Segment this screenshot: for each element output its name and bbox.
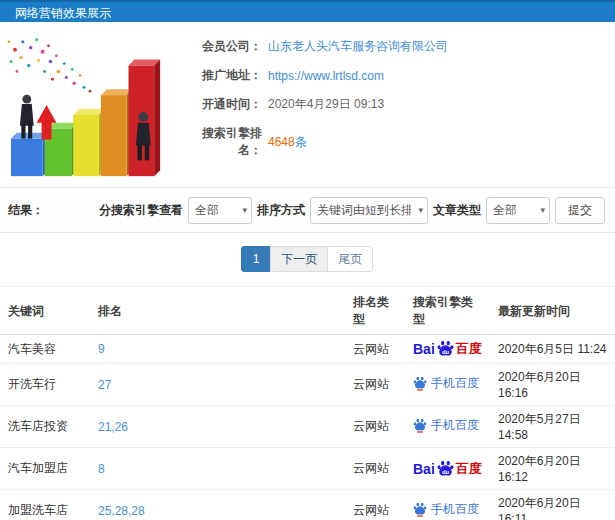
mobile-baidu-paw-icon (413, 376, 427, 391)
bar-chart-image (0, 28, 180, 186)
table-row: 汽车美容 9 云网站 Bai du 百度 2020年6月5日 11:24 (0, 335, 615, 364)
engine-rank-label: 搜索引擎排名： (180, 125, 262, 159)
open-time-value: 2020年4月29日 09:13 (268, 96, 384, 113)
info-list: 会员公司： 山东老人头汽车服务咨询有限公司 推广地址： https://www.… (180, 22, 615, 159)
svg-text:du: du (442, 468, 450, 474)
pagination: 1 下一页 尾页 (0, 233, 615, 286)
header-rank: 排名 (90, 287, 345, 335)
engine-rank-row: 搜索引擎排名： 4648条 (180, 125, 615, 159)
promotion-url-label: 推广地址： (180, 67, 262, 84)
promotion-url-row: 推广地址： https://www.lrtlsd.com (180, 67, 615, 84)
baidu-logo: Bai du 百度 (413, 340, 482, 358)
table-row: 加盟洗车店 25,28,28 云网站 手机百度 2020年6月20日 16:11 (0, 490, 615, 520)
article-type-filter-label: 文章类型 (433, 202, 481, 219)
article-type-select[interactable]: 全部 (486, 197, 550, 224)
mobile-baidu-badge: 手机百度 (413, 417, 479, 434)
header-keyword: 关键词 (0, 287, 90, 335)
result-label: 结果： (0, 202, 44, 219)
page-title-bar: 网络营销效果展示 (0, 0, 615, 22)
table-row: 汽车加盟店 8 云网站 Bai du 百度 2020年6月20日 16:12 (0, 448, 615, 490)
company-link[interactable]: 山东老人头汽车服务咨询有限公司 (268, 38, 448, 55)
engine-cell: Bai du 百度 (405, 335, 490, 364)
baidu-logo: Bai du 百度 (413, 460, 482, 478)
last-page-button[interactable]: 尾页 (327, 246, 373, 272)
rank-link[interactable]: 27 (98, 378, 111, 392)
keyword-table-head: 关键词 排名 排名类型 搜索引擎类型 最新更新时间 (0, 287, 615, 335)
baidu-paw-icon: du (436, 340, 455, 358)
engine-cell: 手机百度 (405, 406, 490, 448)
engine-cell: 手机百度 (405, 490, 490, 520)
header-updated: 最新更新时间 (490, 287, 615, 335)
sort-filter-select-wrap: 关键词由短到长排序 (310, 197, 428, 224)
page-number-1[interactable]: 1 (241, 246, 272, 272)
rank-link[interactable]: 25,28,28 (98, 504, 145, 518)
engine-cell: Bai du 百度 (405, 448, 490, 490)
mobile-baidu-paw-icon (413, 418, 427, 433)
updated-cell: 2020年6月5日 11:24 (490, 335, 615, 364)
keyword-table-body: 汽车美容 9 云网站 Bai du 百度 2020年6月5日 11:24 开洗车… (0, 335, 615, 520)
keyword-cell: 加盟洗车店 (0, 490, 90, 520)
table-row: 洗车店投资 21,26 云网站 手机百度 2020年5月27日 14:58 (0, 406, 615, 448)
confetti-dots (8, 38, 92, 92)
engine-filter-label: 分搜索引擎查看 (99, 202, 183, 219)
submit-button[interactable]: 提交 (555, 197, 605, 224)
company-row: 会员公司： 山东老人头汽车服务咨询有限公司 (180, 38, 615, 55)
engine-filter-select[interactable]: 全部 (188, 197, 252, 224)
open-time-label: 开通时间： (180, 96, 262, 113)
header-rank-type: 排名类型 (345, 287, 405, 335)
header-engine-type: 搜索引擎类型 (405, 287, 490, 335)
keyword-cell: 汽车美容 (0, 335, 90, 364)
table-row: 开洗车行 27 云网站 手机百度 2020年6月20日 16:16 (0, 364, 615, 406)
svg-text:du: du (442, 349, 450, 355)
updated-cell: 2020年5月27日 14:58 (490, 406, 615, 448)
updated-cell: 2020年6月20日 16:12 (490, 448, 615, 490)
sort-filter-label: 排序方式 (257, 202, 305, 219)
updated-cell: 2020年6月20日 16:11 (490, 490, 615, 520)
baidu-paw-icon: du (436, 460, 455, 478)
rank-type-cell: 云网站 (345, 335, 405, 364)
keyword-cell: 开洗车行 (0, 364, 90, 406)
engine-filter-select-wrap: 全部 (188, 197, 252, 224)
rank-link[interactable]: 21,26 (98, 420, 128, 434)
businessman-left (20, 95, 34, 139)
page: 网络营销效果展示 (0, 0, 615, 520)
mobile-baidu-paw-icon (413, 502, 427, 517)
mobile-baidu-badge: 手机百度 (413, 375, 479, 392)
keyword-table: 关键词 排名 排名类型 搜索引擎类型 最新更新时间 汽车美容 9 云网站 Bai… (0, 286, 615, 520)
rank-type-cell: 云网站 (345, 448, 405, 490)
bar-chart-illustration (0, 28, 180, 186)
rank-link[interactable]: 9 (98, 342, 105, 356)
updated-cell: 2020年6月20日 16:16 (490, 364, 615, 406)
summary-section: 会员公司： 山东老人头汽车服务咨询有限公司 推广地址： https://www.… (0, 22, 615, 188)
keyword-cell: 汽车加盟店 (0, 448, 90, 490)
promotion-url-link[interactable]: https://www.lrtlsd.com (268, 69, 384, 83)
filter-controls: 分搜索引擎查看 全部 排序方式 关键词由短到长排序 文章类型 全部 提交 (99, 197, 615, 224)
open-time-row: 开通时间： 2020年4月29日 09:13 (180, 96, 615, 113)
keyword-cell: 洗车店投资 (0, 406, 90, 448)
engine-cell: 手机百度 (405, 364, 490, 406)
rank-type-cell: 云网站 (345, 406, 405, 448)
rank-type-cell: 云网站 (345, 364, 405, 406)
rank-link[interactable]: 8 (98, 462, 105, 476)
mobile-baidu-badge: 手机百度 (413, 501, 479, 518)
filter-bar: 结果： 分搜索引擎查看 全部 排序方式 关键词由短到长排序 文章类型 全部 提交 (0, 188, 615, 233)
page-title: 网络营销效果展示 (15, 6, 111, 20)
engine-rank-value: 4648条 (268, 134, 307, 151)
rank-count-number: 4648 (268, 135, 295, 149)
article-type-select-wrap: 全部 (486, 197, 550, 224)
company-label: 会员公司： (180, 38, 262, 55)
rank-count-unit[interactable]: 条 (295, 135, 307, 149)
next-page-button[interactable]: 下一页 (270, 246, 328, 272)
rank-type-cell: 云网站 (345, 490, 405, 520)
sort-filter-select[interactable]: 关键词由短到长排序 (310, 197, 428, 224)
